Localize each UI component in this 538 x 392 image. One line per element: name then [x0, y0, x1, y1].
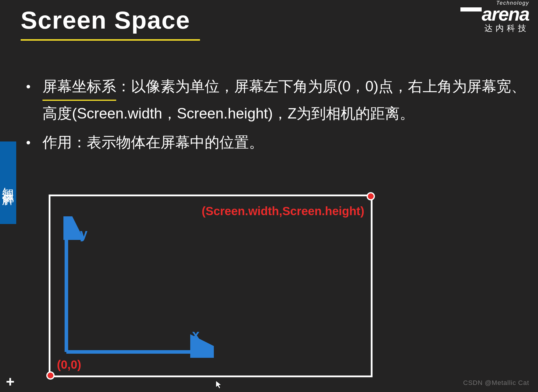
logo-chinese: 达内科技: [460, 23, 529, 34]
brand-logo: Technology arena 达内科技: [460, 0, 529, 34]
bullet-dot-icon: [27, 85, 30, 88]
page-title: Screen Space: [21, 6, 190, 34]
title-underline: [21, 39, 200, 41]
axis-x-label: x: [192, 327, 200, 342]
corner-dot-bottomleft-icon: [46, 371, 55, 380]
keyword-underline: 屏幕坐标系: [42, 74, 116, 101]
logo-wordmark: arena: [460, 6, 529, 22]
bullet-text: 作用：表示物体在屏幕中的位置。: [42, 130, 529, 155]
bullet-item: 屏幕坐标系：以像素为单位，屏幕左下角为原(0，0)点，右上角为屏幕宽、高度(Sc…: [27, 74, 529, 126]
screen-space-diagram: (Screen.width,Screen.height) (0,0) y x: [49, 195, 373, 377]
watermark: CSDN @Metallic Cat: [463, 379, 529, 387]
footer-plus-icon: +: [6, 373, 14, 390]
bullet-dot-icon: [27, 141, 30, 144]
corner-dot-topright-icon: [367, 192, 375, 200]
slide: Screen Space Technology arena 达内科技 知识讲解 …: [0, 0, 538, 392]
label-screen-size: (Screen.width,Screen.height): [202, 205, 364, 218]
label-origin: (0,0): [57, 358, 81, 371]
content-area: 屏幕坐标系：以像素为单位，屏幕左下角为原(0，0)点，右上角为屏幕宽、高度(Sc…: [27, 74, 529, 159]
axis-y-label: y: [80, 226, 88, 242]
bullet-item: 作用：表示物体在屏幕中的位置。: [27, 130, 529, 155]
sidebar-tab-knowledge[interactable]: 知识讲解: [0, 141, 16, 224]
bullet-text: 屏幕坐标系：以像素为单位，屏幕左下角为原(0，0)点，右上角为屏幕宽、高度(Sc…: [42, 74, 529, 126]
cursor-icon: [215, 380, 222, 389]
